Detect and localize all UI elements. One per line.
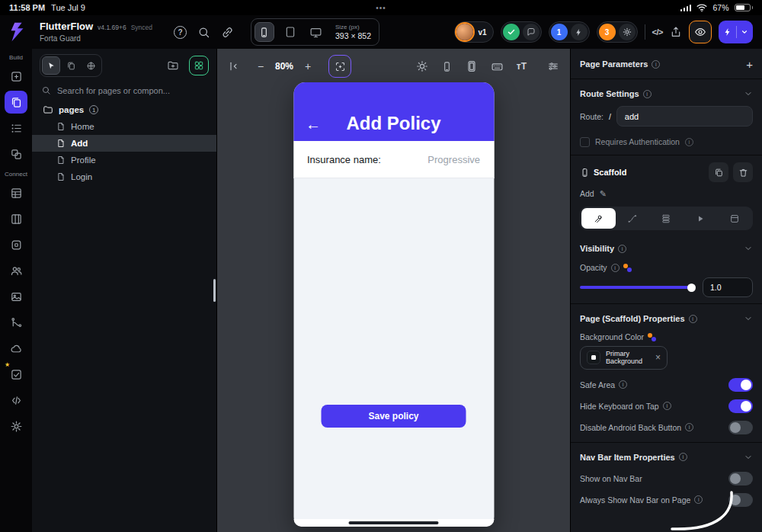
avatar[interactable] — [456, 24, 473, 40]
notification-count-blue[interactable]: 1 — [551, 24, 568, 40]
globe-tool-button[interactable] — [82, 56, 100, 75]
sidebar-item-widgets[interactable] — [5, 65, 27, 88]
requires-auth-checkbox[interactable] — [580, 137, 590, 147]
info-icon[interactable]: i — [643, 90, 652, 98]
sidebar-item-database[interactable] — [5, 181, 27, 204]
appbar-widget[interactable]: ← Add Policy — [293, 82, 494, 141]
text-scale-icon[interactable]: тT — [517, 61, 527, 72]
device-phone-button[interactable] — [255, 22, 274, 42]
navbar-properties-header[interactable]: Nav Bar Item Properties i — [580, 447, 753, 468]
opacity-slider[interactable] — [580, 286, 695, 289]
info-icon[interactable]: i — [679, 453, 687, 461]
flutterflow-logo[interactable] — [6, 21, 29, 43]
preview-eye-button[interactable] — [689, 21, 712, 43]
panel-scrollbar[interactable] — [213, 279, 216, 302]
export-icon[interactable] — [670, 26, 682, 38]
set-from-variable-icon[interactable] — [648, 333, 656, 341]
brightness-icon[interactable] — [416, 60, 428, 72]
zoom-level[interactable]: 80% — [275, 61, 293, 72]
capture-frame-button[interactable] — [328, 55, 351, 78]
always-show-navbar-toggle[interactable] — [728, 493, 753, 507]
sidebar-item-automations[interactable] — [5, 311, 27, 334]
device-desktop-button[interactable] — [306, 22, 326, 42]
safe-area-toggle[interactable] — [728, 378, 753, 392]
design-canvas[interactable]: − 80% + — [217, 49, 570, 532]
run-button[interactable] — [719, 21, 753, 43]
issues-pill[interactable]: 3 — [597, 21, 638, 43]
info-icon[interactable]: i — [663, 402, 671, 410]
search-icon[interactable] — [197, 26, 210, 39]
share-link-icon[interactable] — [221, 26, 234, 39]
cursor-tool-button[interactable] — [42, 56, 60, 75]
user-pill[interactable]: v1 — [454, 21, 493, 43]
page-properties-header[interactable]: Page (Scaffold) Properties i — [580, 308, 753, 329]
device-frame-icon[interactable] — [466, 60, 478, 72]
code-view-icon[interactable]: </> — [652, 27, 663, 37]
info-icon[interactable]: i — [618, 245, 626, 253]
keyboard-icon[interactable] — [491, 60, 504, 73]
copy-widget-button[interactable] — [709, 162, 728, 182]
widget-name-row[interactable]: Add ✎ — [580, 185, 753, 202]
disable-back-toggle[interactable] — [728, 421, 753, 434]
page-title[interactable]: Add Policy — [293, 113, 494, 134]
set-from-variable-icon[interactable] — [623, 264, 632, 272]
sync-pill[interactable] — [501, 21, 542, 43]
delete-widget-button[interactable] — [733, 162, 753, 182]
check-icon[interactable] — [503, 24, 520, 40]
sidebar-item-users[interactable] — [5, 259, 27, 282]
multitask-dots[interactable]: ••• — [376, 4, 386, 12]
info-icon[interactable]: i — [619, 380, 627, 389]
route-input[interactable] — [616, 106, 753, 127]
page-item-add[interactable]: Add — [32, 135, 216, 152]
tab-actions[interactable] — [684, 208, 718, 229]
notification-count-orange[interactable]: 3 — [599, 24, 616, 40]
sidebar-item-media[interactable] — [5, 285, 27, 308]
pages-tool-button[interactable] — [62, 56, 80, 75]
canvas-settings-icon[interactable] — [547, 60, 559, 72]
show-on-navbar-toggle[interactable] — [728, 472, 753, 486]
edit-name-icon[interactable]: ✎ — [600, 189, 607, 199]
visibility-header[interactable]: Visibility i — [580, 238, 753, 259]
page-item-home[interactable]: Home — [32, 118, 216, 135]
actions-pill[interactable]: 1 — [549, 21, 590, 43]
info-icon[interactable]: i — [685, 423, 693, 431]
tab-documentation[interactable] — [649, 208, 684, 229]
sidebar-item-app-values[interactable] — [5, 233, 27, 256]
zoom-out-button[interactable]: − — [254, 60, 267, 72]
pages-folder-row[interactable]: pages 1 — [32, 101, 216, 118]
sidebar-item-settings[interactable] — [5, 415, 27, 437]
sidebar-item-pages[interactable] — [5, 91, 27, 114]
lightning-icon[interactable] — [571, 24, 588, 40]
remove-color-icon[interactable]: × — [655, 352, 661, 363]
page-item-login[interactable]: Login — [32, 168, 216, 185]
requires-auth-row[interactable]: Requires Authentication i — [580, 133, 753, 151]
collapse-panel-icon[interactable] — [228, 60, 240, 72]
add-folder-icon[interactable] — [163, 56, 183, 75]
save-policy-button[interactable]: Save policy — [322, 405, 466, 428]
widget-palette-button[interactable] — [189, 56, 209, 75]
search-input[interactable] — [57, 86, 207, 95]
opacity-value[interactable]: 1.0 — [703, 277, 753, 297]
info-icon[interactable]: i — [694, 495, 703, 504]
info-icon[interactable]: i — [689, 315, 697, 323]
scaffold-header-row[interactable]: Scaffold — [580, 159, 753, 185]
page-parameters-header[interactable]: Page Parameters i + — [580, 53, 753, 75]
add-parameter-button[interactable]: + — [746, 58, 753, 71]
tab-frame[interactable] — [717, 208, 751, 229]
color-chip[interactable]: Primary Background × — [580, 346, 668, 370]
sidebar-item-data-types[interactable] — [5, 207, 27, 230]
zoom-in-button[interactable]: + — [301, 60, 315, 72]
route-settings-header[interactable]: Route Settings i — [580, 83, 753, 104]
page-item-profile[interactable]: Profile — [32, 152, 216, 168]
field-placeholder[interactable]: Progressive — [427, 154, 480, 165]
info-icon[interactable]: i — [685, 138, 693, 146]
phone-preview[interactable]: ← Add Policy Insurance name: Progressive… — [293, 82, 494, 527]
tab-properties[interactable] — [581, 208, 616, 229]
info-icon[interactable]: i — [652, 60, 660, 69]
chat-icon[interactable] — [523, 24, 539, 40]
sidebar-item-cloud-functions[interactable] — [5, 337, 27, 360]
sidebar-item-storyboard[interactable] — [5, 117, 27, 139]
info-icon[interactable]: i — [611, 264, 620, 272]
tab-animations[interactable] — [616, 208, 650, 229]
sidebar-item-components[interactable] — [5, 143, 27, 165]
